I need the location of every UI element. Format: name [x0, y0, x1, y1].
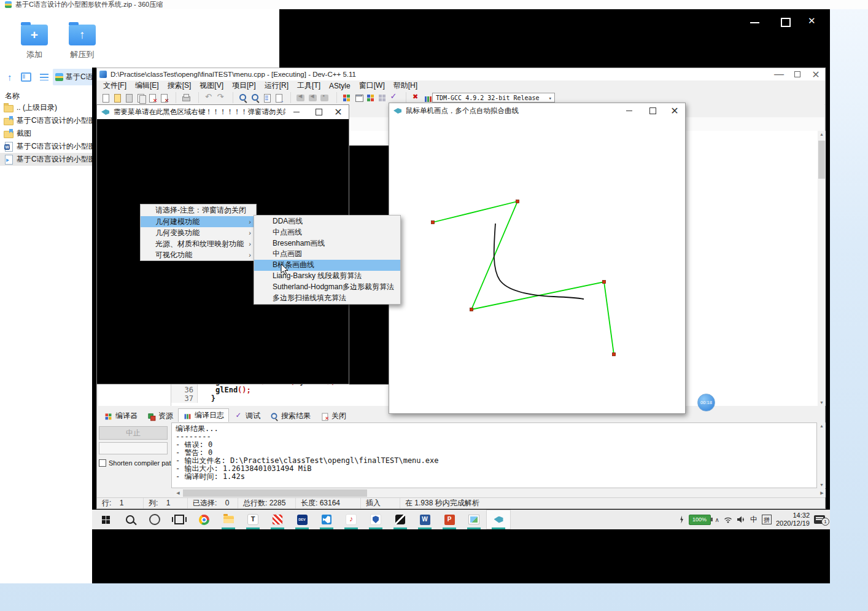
backdrop-close-icon[interactable]: ✕	[808, 15, 816, 26]
syntax-check-icon[interactable]	[388, 92, 400, 103]
incremental-search-icon[interactable]	[273, 92, 284, 103]
glut-drawing-close-button[interactable]: ✕	[667, 103, 683, 119]
backdrop-minimize-button[interactable]	[750, 22, 759, 23]
devcpp-icon[interactable]	[290, 510, 314, 529]
context-menu-item[interactable]: 光源、材质和纹理映射功能›	[141, 238, 256, 249]
menubar-item[interactable]: 文件[F]	[99, 80, 131, 91]
speaker-icon[interactable]	[737, 516, 746, 523]
cortana-button[interactable]	[142, 510, 167, 529]
scroll-right-icon[interactable]: ▶	[818, 489, 826, 497]
file-explorer-icon[interactable]	[216, 510, 241, 529]
compile-log-output[interactable]: 编译结果...--------- 错误: 0- 警告: 0- 输出文件名: D:…	[171, 422, 817, 488]
glut-drawing-titlebar[interactable]: 鼠标单机画点，多个点自动拟合曲线	[389, 103, 685, 119]
checkbox[interactable]	[99, 459, 106, 467]
security-app-icon[interactable]	[363, 510, 388, 529]
devcpp-close-button[interactable]: ✕	[807, 68, 825, 80]
devcpp-minimize-button[interactable]: —	[770, 68, 788, 80]
typora-icon[interactable]	[241, 510, 265, 529]
log-horizontal-scrollbar[interactable]: ◀ ▶	[174, 489, 826, 497]
glut-menu-minimize-button[interactable]	[289, 105, 304, 119]
submenu-item[interactable]: 多边形扫描线填充算法	[254, 293, 400, 304]
vscode-icon[interactable]	[314, 510, 339, 529]
menubar-item[interactable]: 搜索[S]	[163, 80, 196, 91]
glut-menu-close-button[interactable]: ✕	[330, 105, 346, 119]
menubar-item[interactable]: AStyle	[325, 82, 355, 90]
list-item[interactable]: 基于C语言设计的小型图	[0, 140, 92, 153]
log-vertical-scrollbar[interactable]: ▲ ▼	[818, 422, 826, 488]
archive-tab[interactable]: 基于C语...	[53, 69, 92, 85]
devcpp-titlebar[interactable]: D:\Practise\classTest\opengl\finalTEST\m…	[97, 68, 825, 80]
music-app-icon[interactable]	[339, 510, 363, 529]
menubar-item[interactable]: 编辑[E]	[131, 80, 163, 91]
hidden-icons-chevron[interactable]: ∧	[715, 516, 719, 523]
bottom-tab-close[interactable]: 关闭	[316, 410, 351, 422]
dark-app-icon[interactable]	[388, 510, 413, 529]
ime-language-indicator[interactable]: 中	[750, 515, 758, 525]
print-icon[interactable]	[176, 92, 192, 103]
recording-timer-bubble[interactable]: 00:18	[697, 394, 715, 411]
preview-pane-icon[interactable]	[21, 72, 31, 82]
find-icon[interactable]	[233, 92, 249, 103]
forward-icon[interactable]	[307, 92, 319, 103]
up-level-icon[interactable]: ↑	[7, 72, 12, 82]
glut-drawing-canvas[interactable]	[389, 119, 685, 413]
list-item[interactable]: 基于C语言设计的小型图	[0, 153, 92, 166]
menubar-item[interactable]: 运行[R]	[260, 80, 293, 91]
save-icon[interactable]	[123, 92, 134, 103]
start-button[interactable]	[93, 510, 118, 529]
bottom-tab-resources[interactable]: 资源	[142, 410, 177, 422]
rebuild-all-icon[interactable]	[376, 92, 388, 103]
opengl-app-icon[interactable]	[486, 510, 511, 529]
menubar-item[interactable]: 项目[P]	[228, 80, 260, 91]
scroll-down-icon[interactable]: ▼	[818, 483, 826, 487]
glut-drawing-minimize-button[interactable]	[621, 103, 637, 119]
chrome-icon[interactable]	[192, 510, 216, 529]
back-icon[interactable]	[290, 92, 307, 103]
save-all-icon[interactable]	[134, 92, 146, 103]
scrollbar-thumb[interactable]	[818, 141, 825, 179]
ime-mode-indicator[interactable]: 拼	[762, 515, 772, 524]
menubar-item[interactable]: 视图[V]	[195, 80, 228, 91]
bottom-tab-debug[interactable]: 调试	[230, 410, 265, 422]
photos-icon[interactable]	[462, 510, 486, 529]
task-view-button[interactable]	[167, 510, 192, 529]
context-menu-item[interactable]: 几何变换功能›	[141, 227, 256, 238]
extract-button[interactable]: 解压到	[63, 25, 102, 60]
notification-center-icon[interactable]: 1	[814, 515, 825, 524]
close-all-icon[interactable]	[158, 92, 169, 103]
battery-indicator[interactable]: 100%	[689, 515, 711, 525]
submenu-item[interactable]: 中点画线	[254, 227, 400, 238]
editor-vertical-scrollbar[interactable]: ▲ ▼	[818, 131, 826, 406]
submenu-item[interactable]: DDA画线	[254, 216, 400, 227]
goto-line-icon[interactable]	[261, 92, 273, 103]
context-menu-item[interactable]: 几何建模功能›	[141, 216, 256, 227]
submenu-item[interactable]: Sutherland-Hodgman多边形裁剪算法	[254, 282, 400, 293]
word-icon[interactable]	[413, 510, 437, 529]
scroll-left-icon[interactable]: ◀	[174, 489, 182, 497]
submenu-item[interactable]: B样条画曲线	[254, 260, 400, 271]
glut-drawing-maximize-button[interactable]	[645, 103, 661, 119]
scroll-down-icon[interactable]: ▼	[818, 400, 826, 405]
wifi-icon[interactable]	[724, 516, 732, 523]
redo-icon[interactable]	[215, 92, 227, 103]
compile-run-icon[interactable]	[365, 92, 376, 103]
list-item[interactable]: 截图	[0, 127, 92, 140]
stop-execution-icon[interactable]	[406, 92, 422, 103]
clock[interactable]: 14:32 2020/12/19	[776, 512, 810, 527]
devcpp-restore-button[interactable]	[788, 68, 807, 80]
close-file-icon[interactable]	[146, 92, 158, 103]
menubar-item[interactable]: 帮助[H]	[389, 80, 422, 91]
submenu-item[interactable]: 中点画圆	[254, 249, 400, 260]
shorten-paths-option[interactable]: Shorten compiler paths	[99, 459, 178, 467]
backdrop-maximize-button[interactable]	[781, 18, 791, 27]
menubar-item[interactable]: 工具[T]	[293, 80, 325, 91]
submenu-item[interactable]: Bresenham画线	[254, 238, 400, 249]
scrollbar-thumb[interactable]	[183, 489, 367, 497]
toggle-bookmark-icon[interactable]	[319, 92, 330, 103]
list-view-icon[interactable]	[40, 74, 48, 80]
scroll-up-icon[interactable]: ▲	[818, 424, 826, 428]
bottom-tab-search-results[interactable]: 搜索结果	[265, 410, 315, 422]
run-icon[interactable]	[353, 92, 365, 103]
undo-icon[interactable]	[198, 92, 215, 103]
open-file-icon[interactable]	[111, 92, 123, 103]
